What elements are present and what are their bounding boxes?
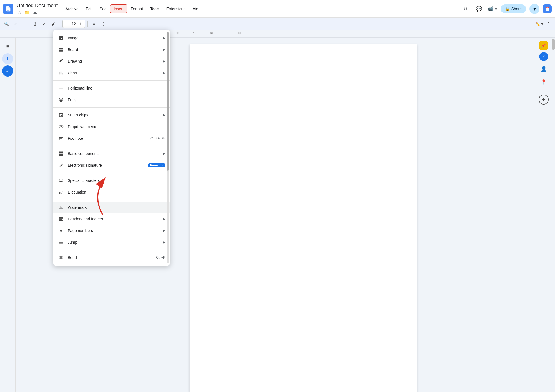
toolbar: 🔍 ↩ ↪ 🖨 ✓ 🖌 − 12 + ≡ ⋮ ✏️ ▾ ⌃ xyxy=(0,18,555,30)
scrollbar-thumb[interactable] xyxy=(552,39,555,50)
menu-item-basic-components[interactable]: Basic components ▶ xyxy=(53,148,170,159)
jump-icon xyxy=(58,239,64,246)
left-sidebar: ≡ T ✓ xyxy=(0,38,16,392)
menu-extensions[interactable]: Extensions xyxy=(163,5,189,13)
menu-item-drawing[interactable]: Drawing ▶ xyxy=(53,55,170,67)
docs-logo xyxy=(3,4,13,14)
keep-icon[interactable]: 📌 xyxy=(539,41,548,50)
divider-after-signature xyxy=(53,173,170,173)
maps-icon[interactable]: 📍 xyxy=(538,77,549,88)
menu-scrollbar-thumb[interactable] xyxy=(167,32,169,171)
tasks-right-icon[interactable]: ✓ xyxy=(539,52,548,61)
meet-button[interactable]: 📹 ▾ xyxy=(487,4,497,14)
comment-button[interactable]: 💬 xyxy=(474,4,484,14)
menu-item-equation[interactable]: π² E equation xyxy=(53,186,170,198)
document-page xyxy=(190,44,417,392)
text-format-button[interactable]: ≡ xyxy=(90,20,98,28)
menu-format[interactable]: Format xyxy=(127,5,146,13)
svg-rect-16 xyxy=(59,218,63,219)
doc-title[interactable]: Untitled Document xyxy=(17,2,58,9)
share-chevron[interactable]: ▾ xyxy=(529,4,539,14)
history-button[interactable]: ↺ xyxy=(461,4,471,14)
menu-tools[interactable]: Tools xyxy=(147,5,163,13)
jump-arrow: ▶ xyxy=(163,240,165,244)
smart-chips-arrow: ▶ xyxy=(163,113,165,117)
menu-item-special-characters[interactable]: Ω Special characters xyxy=(53,175,170,186)
bond-shortcut: Ctrl+K xyxy=(156,256,165,259)
redo-button[interactable]: ↪ xyxy=(21,20,29,28)
menu-item-chart[interactable]: Chart ▶ xyxy=(53,67,170,79)
text-cursor xyxy=(217,67,217,72)
drawing-icon xyxy=(58,58,64,65)
share-button[interactable]: 🔒 Share xyxy=(501,4,526,13)
font-size-value: 12 xyxy=(71,22,77,26)
star-icon[interactable]: ☆ xyxy=(17,9,22,15)
cloud-icon[interactable]: ☁ xyxy=(32,9,38,15)
pi-icon: π² xyxy=(58,189,64,195)
menu-scrollbar[interactable] xyxy=(167,32,169,263)
svg-text:15: 15 xyxy=(193,32,196,35)
special-characters-label: Special characters xyxy=(68,178,165,183)
menu-see[interactable]: See xyxy=(96,5,110,13)
menu-item-page-numbers[interactable]: # Page numbers ▶ xyxy=(53,225,170,236)
folder-icon[interactable]: 📁 xyxy=(24,9,30,15)
page-numbers-arrow: ▶ xyxy=(163,229,165,233)
footnote-shortcut: Ctrl+Alt+F xyxy=(150,136,165,140)
dropdown-icon xyxy=(58,123,64,130)
menu-item-electronic-signature[interactable]: Electronic signature Premium xyxy=(53,159,170,171)
more-options-button[interactable]: ⋮ xyxy=(99,20,108,28)
font-size-decrease[interactable]: − xyxy=(64,21,70,27)
menu-item-image[interactable]: Image ▶ xyxy=(53,32,170,44)
font-size-increase[interactable]: + xyxy=(78,21,83,27)
add-plugin-button[interactable]: + xyxy=(539,95,549,105)
menu-item-emoji[interactable]: Emoji xyxy=(53,94,170,106)
image-label: Image xyxy=(68,36,163,40)
google-calendar-icon[interactable]: 📅 xyxy=(543,4,552,13)
page-numbers-label: Page numbers xyxy=(68,228,163,233)
spell-check-button[interactable]: ✓ xyxy=(40,20,48,28)
vertical-scrollbar[interactable] xyxy=(551,38,555,392)
menu-item-horizontal-line[interactable]: — Horizontal line xyxy=(53,82,170,94)
menu-item-footnote[interactable]: Footnote Ctrl+Alt+F xyxy=(53,133,170,144)
pencil-button[interactable]: ✏️ ▾ xyxy=(535,20,543,28)
menu-item-jump[interactable]: Jump ▶ xyxy=(53,236,170,248)
tasks-button[interactable]: ✓ xyxy=(2,65,13,77)
footnote-label: Footnote xyxy=(68,136,150,141)
undo-button[interactable]: ↩ xyxy=(12,20,20,28)
divider-after-footnote xyxy=(53,146,170,146)
menu-insert[interactable]: Insert xyxy=(110,5,127,13)
image-arrow: ▶ xyxy=(163,36,165,40)
title-icons: ☆ 📁 ☁ xyxy=(17,9,58,15)
menu-item-bond[interactable]: Bond Ctrl+K xyxy=(53,252,170,263)
menu-archive[interactable]: Archive xyxy=(62,5,82,13)
menu-edit[interactable]: Edit xyxy=(82,5,96,13)
menu-item-smart-chips[interactable]: Smart chips ▶ xyxy=(53,109,170,121)
image-icon xyxy=(58,35,64,41)
menu-item-watermark[interactable]: Watermark xyxy=(53,202,170,213)
smart-chips-label: Smart chips xyxy=(68,113,163,117)
menu-item-board[interactable]: Board ▶ xyxy=(53,44,170,55)
search-button[interactable]: 🔍 xyxy=(2,20,11,28)
top-bar: Untitled Document ☆ 📁 ☁ Archive Edit See… xyxy=(0,0,555,18)
paint-format-button[interactable]: 🖌 xyxy=(49,20,58,28)
drawing-label: Drawing xyxy=(68,59,163,63)
header-icon xyxy=(58,216,64,222)
collapse-button[interactable]: ⌃ xyxy=(544,20,553,28)
divider-after-emoji xyxy=(53,107,170,108)
font-size-control[interactable]: − 12 + xyxy=(62,20,85,28)
print-button[interactable]: 🖨 xyxy=(31,20,39,28)
basic-components-icon xyxy=(58,150,64,157)
menu-item-dropdown[interactable]: Dropdown menu xyxy=(53,121,170,133)
contacts-icon[interactable]: 👤 xyxy=(538,63,549,74)
docs-logo-icon xyxy=(5,6,11,12)
drawing-arrow: ▶ xyxy=(163,59,165,63)
outline-button[interactable]: ≡ xyxy=(2,41,13,52)
jump-label: Jump xyxy=(68,240,163,245)
omega-icon: Ω xyxy=(58,177,64,184)
menu-aid[interactable]: Aid xyxy=(189,5,201,13)
menu-item-headers-footers[interactable]: Headers and footers ▶ xyxy=(53,213,170,225)
board-label: Board xyxy=(68,47,163,52)
chart-label: Chart xyxy=(68,71,163,75)
pageless-button[interactable]: T xyxy=(2,53,13,64)
svg-rect-13 xyxy=(61,154,63,156)
